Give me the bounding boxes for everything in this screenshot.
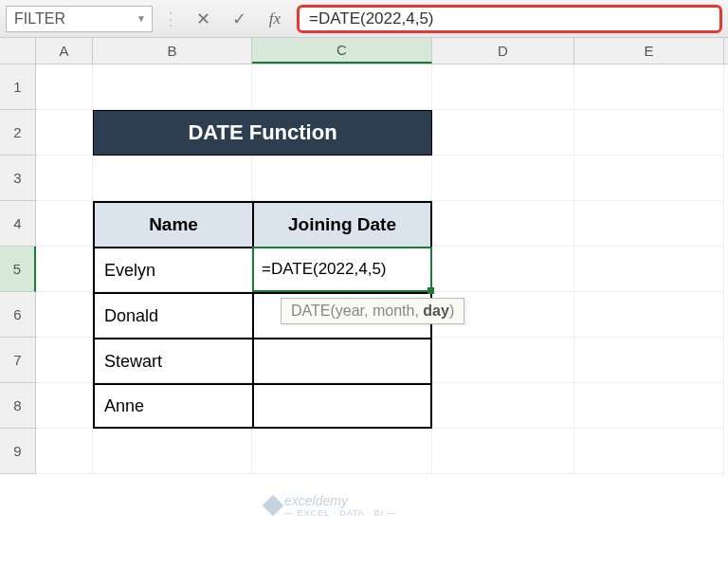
row-header-3[interactable]: 3: [0, 156, 36, 201]
cell[interactable]: [432, 383, 574, 429]
select-all-corner[interactable]: [0, 38, 36, 64]
cell[interactable]: [432, 156, 574, 201]
cell[interactable]: [574, 383, 724, 429]
cell[interactable]: [36, 429, 93, 474]
chevron-down-icon[interactable]: ▼: [136, 13, 146, 24]
table-header-name: Name: [93, 203, 252, 247]
cell[interactable]: [574, 201, 724, 247]
cell[interactable]: [36, 247, 93, 292]
cell[interactable]: [574, 338, 724, 383]
watermark-sub: — EXCEL · DATA · BI —: [284, 508, 397, 518]
col-header-E[interactable]: E: [574, 38, 724, 64]
divider: ⋮: [162, 9, 179, 29]
formula-tooltip: DATE(year, month, day): [281, 298, 464, 324]
cell[interactable]: [574, 247, 724, 292]
cell[interactable]: [252, 429, 432, 474]
cell[interactable]: [432, 201, 574, 247]
col-header-B[interactable]: B: [93, 38, 252, 64]
tooltip-fn: DATE: [291, 303, 330, 319]
cell[interactable]: [574, 292, 724, 338]
fill-handle[interactable]: [428, 287, 434, 294]
cell[interactable]: [93, 429, 252, 474]
cell[interactable]: [432, 429, 574, 474]
check-icon: ✓: [232, 9, 246, 29]
table-cell-date[interactable]: [252, 385, 432, 427]
spreadsheet-grid: A B C D E 1 2 3 4 5 6 7 8 9 DATE Functio…: [0, 38, 728, 474]
row-header-2[interactable]: 2: [0, 110, 36, 156]
table-header-date: Joining Date: [252, 203, 432, 247]
table-cell-name[interactable]: Stewart: [93, 340, 252, 383]
cell[interactable]: [36, 201, 93, 247]
cell[interactable]: [36, 292, 93, 338]
row-header-5[interactable]: 5: [0, 247, 36, 292]
cell[interactable]: [574, 156, 724, 201]
formula-bar: FILTER ▼ ⋮ ✕ ✓ fx: [0, 0, 728, 38]
logo-icon: [263, 495, 284, 517]
table-cell-name[interactable]: Donald: [93, 294, 252, 338]
col-header-C[interactable]: C: [252, 38, 432, 64]
cell[interactable]: [574, 64, 724, 110]
cell[interactable]: [432, 110, 574, 156]
cell[interactable]: [432, 338, 574, 383]
cell[interactable]: [432, 247, 574, 292]
cancel-button[interactable]: ✕: [189, 6, 217, 32]
table-cell-date[interactable]: [252, 340, 432, 383]
table-cell-name[interactable]: Anne: [93, 385, 252, 427]
name-box-value: FILTER: [14, 10, 65, 28]
row-header-4[interactable]: 4: [0, 201, 36, 247]
cell[interactable]: [36, 64, 93, 110]
name-box[interactable]: FILTER ▼: [6, 6, 153, 32]
cell[interactable]: [252, 156, 432, 201]
cell[interactable]: [36, 110, 93, 156]
fx-button[interactable]: fx: [261, 6, 289, 32]
watermark-name: exceldemy: [284, 493, 397, 508]
fx-icon: fx: [269, 9, 281, 28]
formula-input-highlight: [297, 5, 722, 33]
row-header-9[interactable]: 9: [0, 429, 36, 474]
table-cell-name[interactable]: Evelyn: [93, 248, 252, 292]
col-header-D[interactable]: D: [432, 38, 574, 64]
x-icon: ✕: [196, 9, 210, 29]
cell[interactable]: [93, 156, 252, 201]
tooltip-args-pre: (year, month,: [330, 303, 423, 319]
row-header-1[interactable]: 1: [0, 64, 36, 110]
enter-button[interactable]: ✓: [225, 6, 253, 32]
col-header-A[interactable]: A: [36, 38, 93, 64]
cell[interactable]: [432, 64, 574, 110]
rows-area: 1 2 3 4 5 6 7 8 9 DATE Function Name Joi…: [0, 64, 728, 474]
row-header-7[interactable]: 7: [0, 338, 36, 383]
cell[interactable]: [252, 64, 432, 110]
row-header-8[interactable]: 8: [0, 383, 36, 429]
cell[interactable]: [93, 64, 252, 110]
title-banner: DATE Function: [93, 110, 432, 156]
tooltip-args-post: ): [449, 303, 454, 319]
formula-input[interactable]: [309, 9, 710, 28]
row-header-6[interactable]: 6: [0, 292, 36, 338]
active-cell-value: =DATE(2022,4,5): [262, 260, 387, 279]
cell[interactable]: [36, 383, 93, 429]
column-headers: A B C D E: [0, 38, 728, 64]
watermark: exceldemy — EXCEL · DATA · BI —: [265, 493, 397, 518]
cell[interactable]: [574, 110, 724, 156]
cell[interactable]: [574, 429, 724, 474]
active-cell-C5[interactable]: =DATE(2022,4,5): [252, 247, 432, 292]
cell[interactable]: [36, 338, 93, 383]
cell[interactable]: [36, 156, 93, 201]
tooltip-arg-current: day: [423, 303, 449, 319]
